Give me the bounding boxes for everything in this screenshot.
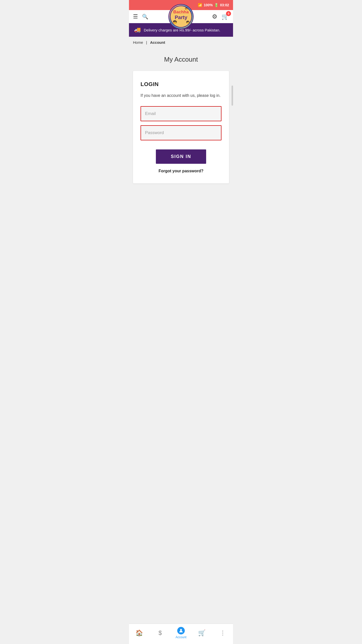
account-nav-label: Account [175,635,186,639]
search-icon[interactable]: 🔍 [142,14,148,20]
battery-icon: 🔋 [214,3,218,7]
password-input[interactable] [141,125,221,140]
svg-point-8 [180,629,182,631]
login-heading: LOGIN [141,81,221,88]
forgot-password-link[interactable]: Forgot your password? [141,169,221,173]
bottom-nav: 🏠 $ Account 🛒 ⋮ [129,624,233,644]
header: ☰ 🔍 Bachha Party 🧒 🧒 🧒 ⚙ 🛒 0 [129,10,233,23]
login-description: If you have an account with us, please l… [141,93,221,99]
wifi-icon: 📶 [198,3,202,7]
nav-item-cart[interactable]: 🛒 [194,629,209,636]
breadcrumb: Home | Account [129,37,233,48]
page-title: My Account [133,56,229,63]
email-input[interactable] [141,106,221,121]
nav-item-account[interactable]: Account [173,627,189,639]
cart-badge: 0 [226,11,231,16]
home-icon: 🏠 [135,629,143,636]
account-avatar-icon [177,627,185,634]
battery-percent: 100% [204,3,213,7]
main-content: My Account LOGIN If you have an account … [129,48,233,188]
nav-item-more[interactable]: ⋮ [215,629,230,636]
header-left: ☰ 🔍 [133,13,148,20]
svg-text:Party: Party [175,15,188,20]
person-icon [178,628,184,633]
breadcrumb-home[interactable]: Home [133,40,143,45]
hamburger-icon[interactable]: ☰ [133,13,138,20]
more-icon: ⋮ [220,629,226,636]
nav-item-deals[interactable]: $ [153,629,168,636]
sign-in-button[interactable]: SIGN IN [156,149,206,164]
settings-icon[interactable]: ⚙ [212,13,217,20]
logo-container[interactable]: Bachha Party 🧒 🧒 🧒 [168,4,194,29]
breadcrumb-current: Account [150,40,165,45]
time-display: 03:02 [220,3,229,7]
header-right: ⚙ 🛒 0 [212,13,229,20]
login-card: LOGIN If you have an account with us, pl… [133,71,229,183]
cart-button[interactable]: 🛒 0 [221,13,229,20]
logo-svg: Bachha Party 🧒 🧒 🧒 [170,5,192,28]
cart-nav-icon: 🛒 [198,629,206,636]
scrollbar[interactable] [232,86,233,106]
truck-icon: 🚚 [134,27,141,33]
breadcrumb-separator: | [146,40,147,45]
logo-image: Bachha Party 🧒 🧒 🧒 [168,4,194,29]
status-bar-content: 📶 100% 🔋 03:02 [198,3,229,7]
deals-icon: $ [159,629,162,636]
nav-item-home[interactable]: 🏠 [132,629,147,636]
